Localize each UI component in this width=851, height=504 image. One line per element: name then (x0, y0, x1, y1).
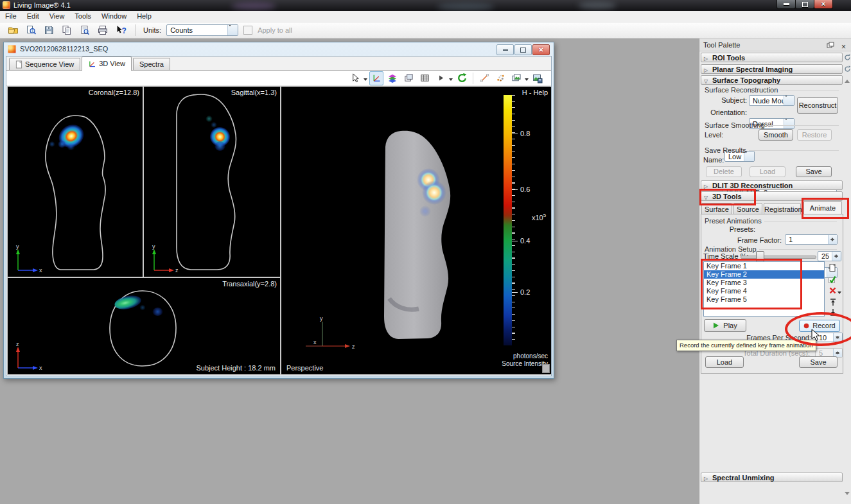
coronal-hotspot-minor (67, 143, 75, 150)
print-preview-icon (80, 25, 90, 35)
scroll-up-icon[interactable] (845, 77, 850, 83)
doc-title-bar[interactable]: SVO20120628112213_SEQ ✕ (4, 42, 554, 56)
section-cycle-icon[interactable] (844, 65, 851, 73)
axes-view-button[interactable] (369, 71, 383, 85)
save-floppy-icon (44, 25, 54, 35)
collapsed-arrow-icon: ▷ (704, 54, 708, 64)
tab-sequence-view[interactable]: Sequence View (9, 58, 80, 70)
doc-restore-button[interactable] (514, 44, 532, 55)
delete-key-frame-icon[interactable] (829, 286, 837, 295)
load-surface-button[interactable]: Load (750, 166, 785, 177)
move-key-frame-up-icon[interactable] (829, 298, 837, 306)
coronal-hotspot-minor (49, 141, 55, 147)
load-animation-button[interactable]: Load (705, 356, 744, 368)
restore-icon (520, 48, 526, 53)
colorbar-exponent: x105 (532, 213, 546, 222)
perspective-view-panel[interactable]: y x z Perspective H - Help 0.8 0.6 0. (281, 87, 551, 374)
doc-minimize-button[interactable] (496, 44, 514, 55)
chevron-down-icon[interactable] (838, 291, 841, 296)
colorbar-ticks (512, 95, 515, 345)
subject-combobox[interactable]: Nude Mouse (749, 95, 794, 106)
axis-x-label: x (313, 339, 317, 345)
viewport: Coronal(z=12.8) y x (7, 86, 550, 375)
copy-button[interactable] (60, 24, 73, 37)
measure-line-button[interactable] (477, 71, 491, 85)
axis-h-label: x (39, 267, 42, 274)
point-cloud-button[interactable] (493, 71, 507, 85)
section-roi-tools[interactable]: ▷ROI Tools (701, 53, 843, 62)
tab-registration[interactable]: Registration (764, 203, 801, 214)
restore-button[interactable] (795, 0, 814, 9)
aero-blur-decoration (578, 1, 617, 9)
colorbar (504, 95, 512, 345)
close-button[interactable]: × (814, 0, 833, 9)
menu-view[interactable]: View (44, 11, 70, 22)
browse-button[interactable] (24, 24, 37, 37)
menu-tools[interactable]: Tools (69, 11, 96, 22)
float-panel-icon[interactable] (827, 42, 834, 48)
slice-planes-button[interactable] (385, 71, 399, 85)
select-cursor-button[interactable] (348, 71, 362, 85)
frame-factor-spinbox[interactable]: 1 (785, 234, 838, 245)
colorbar-tick-label: 0.6 (520, 186, 530, 193)
tab-3d-view[interactable]: 3D View (82, 56, 132, 71)
delete-button[interactable]: Delete (706, 166, 742, 177)
scroll-down-icon[interactable] (845, 492, 850, 498)
time-scale-spinbox[interactable]: 25 (818, 251, 841, 261)
annotation-box-key-frames (701, 259, 802, 309)
subject-label: Subject: (705, 96, 747, 104)
tab-label: Sequence View (25, 58, 74, 70)
play-icon (713, 322, 719, 329)
print-button[interactable] (96, 24, 109, 37)
sagittal-view-panel[interactable]: Sagittal(x=1.3) y z (144, 87, 280, 277)
smooth-button[interactable]: Smooth (759, 129, 793, 141)
chevron-down-icon (784, 96, 794, 105)
chevron-down-icon[interactable] (449, 78, 453, 83)
coronal-view-panel[interactable]: Coronal(z=12.8) y x (8, 87, 143, 277)
restore-button[interactable]: Restore (797, 129, 832, 141)
add-key-frame-icon[interactable] (829, 263, 837, 272)
reconstruct-button[interactable]: Reconstruct (797, 97, 838, 114)
whats-this-button[interactable]: ? (114, 24, 127, 37)
apply-key-frame-icon[interactable] (828, 275, 837, 284)
spinner-arrows-icon[interactable] (828, 235, 837, 244)
chevron-down-icon[interactable] (525, 78, 529, 83)
colorbar-major-tick (512, 241, 518, 241)
save-animation-button[interactable]: Save (799, 356, 838, 368)
group-surface-smoothing: Surface Smoothing (705, 121, 839, 129)
units-combobox[interactable]: Counts (166, 24, 238, 36)
subject-height-label: Subject Height : 18.2 mm (196, 364, 276, 372)
resize-grip[interactable] (542, 364, 550, 373)
export-image-button[interactable] (531, 71, 545, 85)
spinner-arrows-icon[interactable] (832, 252, 841, 261)
section-surface-topography[interactable]: ▽Surface Topography (701, 75, 843, 85)
apply-to-all-checkbox[interactable] (243, 26, 252, 35)
play-button[interactable]: Play (704, 319, 746, 332)
snapshots-button[interactable] (509, 71, 523, 85)
transaxial-view-panel[interactable]: Transaxial(y=2.8) Subject Height : 18.2 … (8, 278, 280, 374)
section-spectral-unmixing[interactable]: ▷Spectral Unmixing (701, 473, 843, 482)
rotate-view-button[interactable] (455, 71, 469, 85)
section-planar-spectral-imaging[interactable]: ▷Planar Spectral Imaging (701, 64, 843, 74)
save-surface-button[interactable]: Save (796, 166, 832, 177)
aero-blur-decoration (437, 3, 495, 10)
play-view-button[interactable] (434, 71, 448, 85)
section-cycle-icon[interactable] (844, 54, 851, 61)
open-button[interactable] (6, 24, 19, 37)
grid-button[interactable] (417, 71, 432, 85)
menu-edit[interactable]: Edit (22, 11, 44, 22)
print-preview-button[interactable] (78, 24, 91, 37)
menu-window[interactable]: Window (96, 11, 132, 22)
chevron-down-icon[interactable] (364, 78, 367, 83)
minimize-button[interactable] (776, 0, 796, 9)
save-button[interactable] (42, 24, 55, 37)
doc-close-button[interactable]: ✕ (532, 44, 550, 55)
menu-file[interactable]: File (0, 11, 22, 22)
tab-label: Spectra (139, 58, 164, 70)
open-folder-icon (8, 25, 19, 35)
tab-spectra[interactable]: Spectra (133, 58, 170, 70)
cascade-windows-button[interactable] (401, 71, 416, 85)
colorbar-units: photons/sec Source Intensity (502, 352, 548, 368)
close-palette-icon[interactable]: × (841, 40, 846, 53)
menu-help[interactable]: Help (132, 11, 157, 22)
